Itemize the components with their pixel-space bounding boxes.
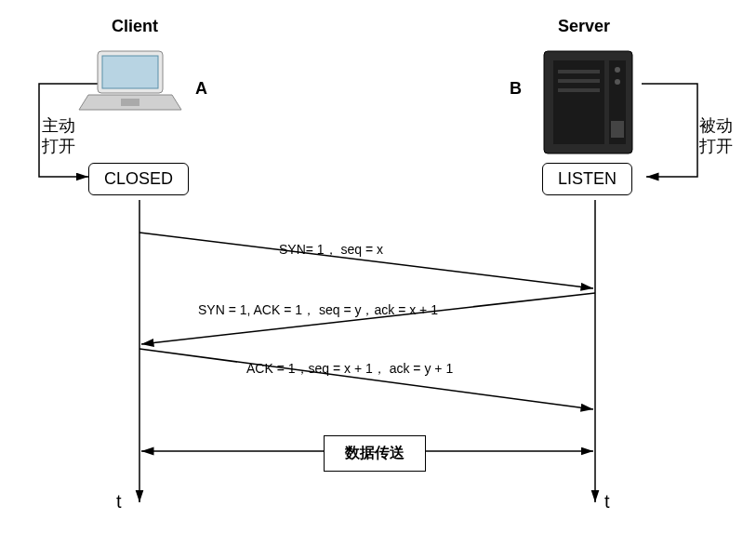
- server-icon: [544, 51, 632, 153]
- svg-line-2: [139, 233, 593, 288]
- svg-point-13: [615, 67, 620, 73]
- svg-rect-17: [558, 79, 600, 83]
- server-state-box: LISTEN: [542, 163, 632, 195]
- client-title: Client: [112, 17, 158, 36]
- svg-rect-18: [558, 88, 600, 92]
- client-state-box: CLOSED: [88, 163, 189, 195]
- msg3-label: ACK = 1，seq = x + 1， ack = y + 1: [246, 361, 453, 378]
- server-time-label: t: [604, 491, 610, 513]
- server-letter: B: [510, 79, 522, 99]
- data-transfer-box: 数据传送: [324, 435, 426, 472]
- client-letter: A: [195, 79, 207, 99]
- client-action-label: 主动 打开: [42, 116, 75, 156]
- svg-rect-8: [102, 56, 158, 88]
- svg-rect-9: [121, 99, 139, 106]
- tcp-handshake-diagram: Client Server A B 主动 打开 被动 打开 CLOSED LIS…: [0, 0, 756, 533]
- svg-rect-16: [558, 70, 600, 73]
- svg-point-14: [615, 79, 620, 85]
- server-title: Server: [558, 17, 610, 36]
- msg2-label: SYN = 1, ACK = 1， seq = y，ack = x + 1: [198, 302, 438, 319]
- client-time-label: t: [116, 491, 122, 513]
- svg-line-4: [139, 349, 593, 409]
- svg-rect-15: [611, 121, 624, 138]
- server-action-label: 被动 打开: [699, 116, 733, 156]
- msg1-label: SYN= 1， seq = x: [279, 242, 383, 259]
- laptop-icon: [79, 51, 181, 110]
